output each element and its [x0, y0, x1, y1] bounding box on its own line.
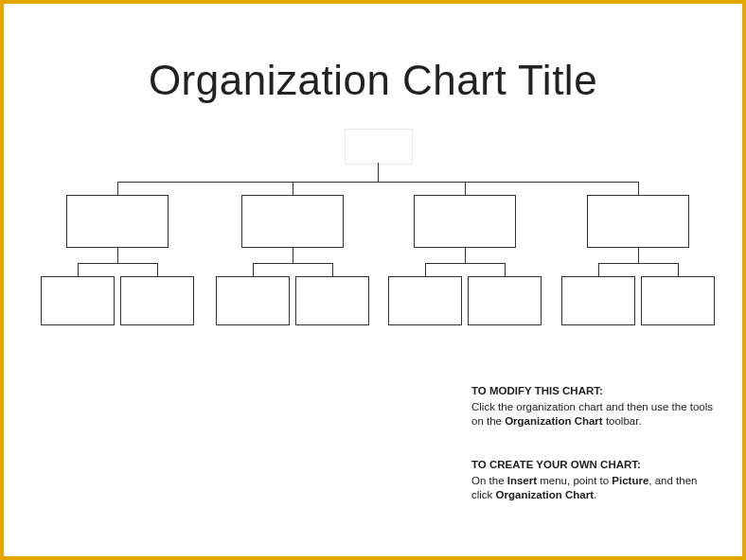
connector	[425, 263, 426, 276]
org-node-mid[interactable]	[414, 195, 516, 248]
connector	[425, 263, 505, 264]
connector	[332, 263, 333, 276]
org-node-leaf[interactable]	[468, 276, 542, 325]
slide-frame: Organization Chart Title	[0, 0, 746, 560]
org-node-leaf[interactable]	[295, 276, 369, 325]
instruction-bold: Organization Chart	[496, 489, 595, 500]
instruction-bold: Picture	[612, 475, 648, 486]
connector	[598, 263, 599, 276]
connector	[117, 248, 118, 263]
instruction-heading: TO CREATE YOUR OWN CHART:	[471, 458, 716, 473]
connector	[117, 182, 638, 183]
org-node-leaf[interactable]	[641, 276, 715, 325]
instruction-heading: TO MODIFY THIS CHART:	[471, 384, 716, 399]
connector	[117, 182, 118, 195]
org-node-mid[interactable]	[587, 195, 689, 248]
instruction-modify: TO MODIFY THIS CHART: Click the organiza…	[471, 384, 716, 429]
connector	[638, 182, 639, 195]
connector	[253, 263, 332, 264]
instruction-text: .	[594, 489, 596, 500]
instruction-create: TO CREATE YOUR OWN CHART: On the Insert …	[471, 458, 716, 503]
org-node-root[interactable]	[345, 129, 413, 165]
connector	[293, 182, 293, 195]
connector	[378, 163, 379, 182]
connector	[253, 263, 254, 276]
connector	[678, 263, 679, 276]
connector	[78, 263, 157, 264]
org-node-leaf[interactable]	[388, 276, 462, 325]
connector	[598, 263, 678, 264]
org-node-leaf[interactable]	[41, 276, 115, 325]
instruction-text: On the	[471, 475, 507, 486]
org-node-leaf[interactable]	[216, 276, 290, 325]
org-node-leaf[interactable]	[120, 276, 194, 325]
org-node-mid[interactable]	[66, 195, 169, 248]
instruction-bold: Insert	[507, 475, 537, 486]
connector	[293, 248, 293, 263]
connector	[465, 248, 466, 263]
instruction-text: toolbar.	[603, 415, 642, 427]
connector	[157, 263, 158, 276]
connector	[638, 248, 639, 263]
instruction-text: menu, point to	[537, 475, 612, 486]
org-node-mid[interactable]	[241, 195, 344, 248]
instruction-bold: Organization Chart	[505, 415, 603, 427]
org-node-leaf[interactable]	[561, 276, 635, 325]
connector	[505, 263, 506, 276]
chart-title: Organization Chart Title	[4, 57, 742, 104]
connector	[78, 263, 79, 276]
connector	[465, 182, 466, 195]
